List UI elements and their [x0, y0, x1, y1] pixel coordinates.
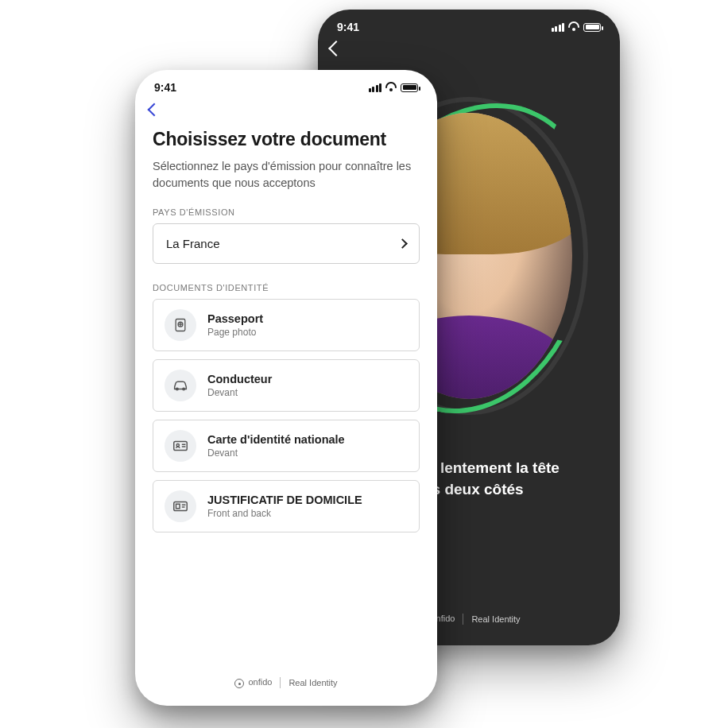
page-title: Choisissez votre document — [153, 129, 420, 150]
document-sub: Front and back — [207, 508, 362, 519]
document-option-address[interactable]: JUSTIFICATIF DE DOMICILE Front and back — [153, 480, 420, 532]
document-option-driver[interactable]: Conducteur Devant — [153, 359, 420, 412]
branding: onfido Real Identity — [135, 677, 437, 689]
signal-icon — [552, 23, 565, 32]
passport-icon — [165, 309, 196, 341]
documents-label: DOCUMENTS D'IDENTITÉ — [153, 283, 420, 292]
back-icon[interactable] — [148, 103, 161, 117]
status-icons — [369, 82, 419, 93]
phone-document-select: 9:41 Choisissez votre document Sélection… — [135, 70, 437, 706]
car-icon — [165, 370, 196, 401]
document-name: JUSTIFICATIF DE DOMICILE — [207, 494, 362, 506]
svg-rect-4 — [174, 442, 188, 451]
svg-rect-7 — [176, 504, 180, 509]
country-select[interactable]: La France — [153, 223, 420, 264]
nav-bar — [318, 38, 620, 65]
chevron-right-icon — [397, 238, 408, 249]
wifi-icon — [568, 21, 579, 33]
document-name: Carte d'identité nationale — [207, 433, 345, 446]
brand-name: onfido — [248, 677, 272, 687]
battery-icon — [583, 23, 601, 32]
status-time: 9:41 — [337, 21, 359, 33]
brand-tagline: Real Identity — [471, 614, 520, 624]
document-name: Passeport — [207, 312, 263, 325]
status-time: 9:41 — [154, 81, 176, 94]
document-option-passport[interactable]: Passeport Page photo — [153, 299, 420, 351]
document-option-id[interactable]: Carte d'identité nationale Devant — [153, 420, 420, 472]
document-icon — [165, 490, 196, 522]
wifi-icon — [385, 82, 397, 93]
status-icons — [552, 21, 602, 33]
document-sub: Devant — [207, 387, 272, 398]
brand-logo: onfido — [234, 677, 272, 689]
country-value: La France — [166, 237, 220, 250]
document-sub: Devant — [207, 447, 345, 459]
back-icon[interactable] — [328, 41, 344, 56]
document-sub: Page photo — [207, 327, 263, 338]
country-label: PAYS D'ÉMISSION — [153, 207, 420, 217]
battery-icon — [401, 83, 418, 92]
statusbar: 9:41 — [135, 70, 437, 99]
page-subtitle: Sélectionnez le pays d'émission pour con… — [153, 158, 420, 192]
brand-tagline: Real Identity — [288, 678, 337, 687]
id-card-icon — [165, 430, 196, 462]
document-name: Conducteur — [207, 373, 272, 385]
signal-icon — [369, 83, 382, 92]
nav-bar — [135, 99, 437, 124]
statusbar: 9:41 — [318, 10, 620, 38]
